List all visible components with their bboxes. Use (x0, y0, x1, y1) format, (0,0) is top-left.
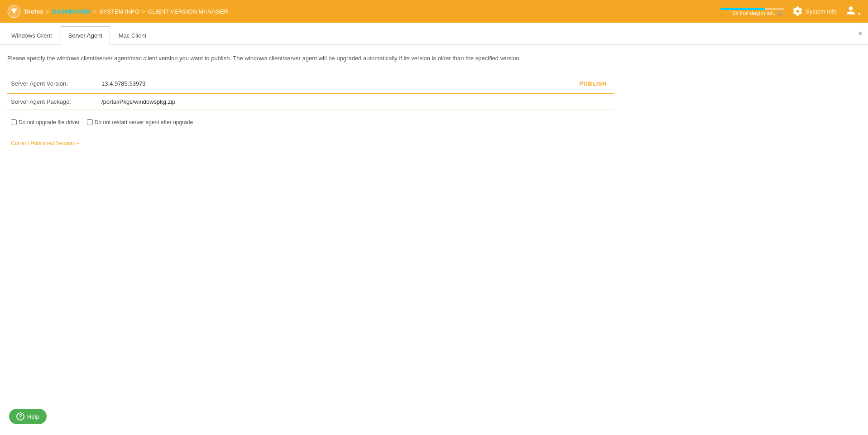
user-icon[interactable]: ▾ (846, 5, 861, 18)
breadcrumb-cvm[interactable]: CLIENT VERSION MANAGER (148, 8, 228, 15)
help-icon: ? (16, 412, 24, 420)
no-restart-checkbox[interactable] (87, 119, 93, 125)
current-version: Current Published Version:-- (7, 138, 861, 148)
package-row: Server Agent Package: (7, 94, 614, 110)
package-label: Server Agent Package: (11, 98, 101, 105)
package-input[interactable] (101, 98, 610, 105)
gear-icon (793, 6, 803, 16)
user-dropdown-arrow[interactable]: ▾ (858, 11, 861, 16)
header-left: Triofox > DASHBOARD > SYSTEM INFO > CLIE… (7, 5, 228, 18)
version-label: Server Agent Version: (11, 80, 101, 87)
main-content: Please specify the windows client/server… (0, 45, 868, 157)
checkboxes-row: Do not upgrade file driver Do not restar… (7, 117, 861, 127)
trial-section: 15 trial day(s) left. 🛒 (720, 6, 784, 16)
sep3: > (142, 8, 145, 15)
close-button[interactable]: × (858, 29, 863, 38)
no-upgrade-driver-checkbox[interactable] (11, 119, 17, 125)
cart-icon[interactable]: 🛒 (777, 10, 784, 16)
breadcrumb-sysinfo[interactable]: SYSTEM INFO (99, 8, 139, 15)
trial-text: 15 trial day(s) left. 🛒 (732, 10, 784, 16)
triofox-logo (7, 5, 21, 18)
brand-name: Triofox (24, 8, 43, 15)
tabs-container: Windows Client Server Agent Mac Client × (0, 23, 868, 45)
tab-windows-client[interactable]: Windows Client (4, 26, 60, 44)
publish-button[interactable]: PUBLISH (575, 78, 610, 89)
header-right: 15 trial day(s) left. 🛒 System Info ▾ (720, 5, 861, 18)
header: Triofox > DASHBOARD > SYSTEM INFO > CLIE… (0, 0, 868, 23)
sep1: > (46, 8, 49, 15)
version-input[interactable] (101, 80, 575, 87)
tab-mac-client[interactable]: Mac Client (111, 26, 154, 44)
checkbox-no-restart[interactable]: Do not restart server agent after upgrad… (87, 119, 193, 126)
system-info-button[interactable]: System Info (793, 6, 837, 16)
system-info-label: System Info (806, 8, 837, 15)
sep2: > (93, 8, 96, 15)
version-row: Server Agent Version: PUBLISH (7, 74, 614, 94)
breadcrumb-dashboard[interactable]: DASHBOARD (52, 8, 91, 15)
help-button[interactable]: ? Help (9, 409, 47, 424)
description-text: Please specify the windows client/server… (7, 54, 861, 63)
checkbox-no-upgrade-driver[interactable]: Do not upgrade file driver (11, 119, 80, 126)
tab-server-agent[interactable]: Server Agent (61, 26, 110, 45)
